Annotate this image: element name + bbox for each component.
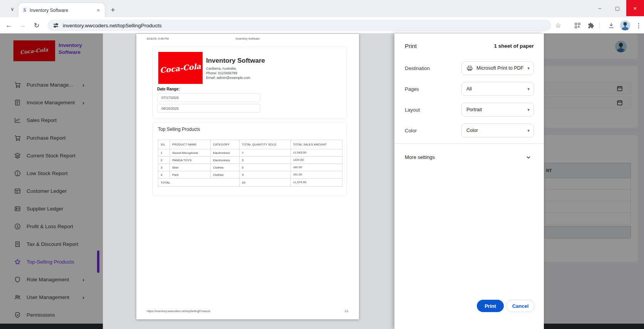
window-controls: – ▢ ×	[591, 0, 644, 16]
total-label: TOTAL	[158, 179, 240, 187]
print-dialog: Print 1 sheet of paper Destination Micro…	[394, 33, 544, 329]
print-dialog-title: Print	[405, 43, 417, 49]
toolbar-divider	[599, 22, 600, 28]
dropdown-arrow-icon: ▾	[527, 66, 530, 71]
browser-window: ∨ S Inventory Software × + – ▢ × ← → ↻ i…	[0, 0, 644, 329]
reload-button[interactable]: ↻	[31, 20, 42, 31]
total-amount: ৳1,374.00	[291, 179, 342, 187]
chevron-down-icon	[525, 154, 532, 160]
color-label: Color	[405, 128, 417, 134]
back-button[interactable]: ←	[3, 20, 15, 31]
destination-label: Destination	[405, 65, 430, 71]
company-email: Email: admin@example.com	[206, 75, 250, 80]
forward-button[interactable]: →	[17, 20, 29, 31]
top-selling-products-table: S/L PRODUCT NAME CATEGORY TOTAL QUANTITY…	[158, 140, 342, 187]
col-product-name: PRODUCT NAME	[170, 140, 211, 149]
destination-select[interactable]: Microsoft Print to PDF ▾	[461, 61, 534, 75]
tab-title: Inventory Software	[30, 8, 95, 13]
minimize-button[interactable]: –	[591, 0, 609, 16]
tab-search-button[interactable]: ∨	[7, 3, 18, 14]
col-quantity: TOTAL QUANTITY SOLD	[240, 140, 291, 149]
site-info-icon[interactable]	[53, 22, 59, 28]
pages-select[interactable]: All ▾	[461, 82, 534, 96]
table-row: 3 Shirt Clothes 5 ৳60.00	[158, 164, 342, 171]
footer-page-number: 1/1	[345, 309, 349, 313]
date-to-field: 08/16/2025	[157, 104, 260, 113]
qr-share-icon[interactable]	[573, 21, 582, 30]
col-category: CATEGORY	[211, 140, 240, 149]
layout-select[interactable]: Portrait ▾	[461, 103, 534, 117]
table-row: 1 Sound Microphone Electronincs 7 ৳1,043…	[158, 149, 342, 157]
page-area: Coca-Cola Inventory Software Purchase Ma…	[0, 33, 644, 329]
extensions-icon[interactable]	[586, 21, 595, 30]
tab-favicon-icon: S	[23, 7, 26, 13]
company-name: Inventory Software	[206, 57, 265, 65]
sheet-count: 1 sheet of paper	[494, 43, 534, 49]
coca-cola-logo-text: Coca-Cola	[159, 62, 201, 74]
company-phone: Phone: 0123456789	[206, 71, 250, 75]
tab-close-icon[interactable]: ×	[95, 7, 102, 14]
total-quantity: 20	[240, 179, 291, 187]
bookmark-star-icon[interactable]: ☆	[553, 21, 563, 30]
browser-tab[interactable]: S Inventory Software ×	[18, 3, 105, 17]
url-text[interactable]: inventory.wwcoders.net/topSellingProduct…	[63, 23, 161, 28]
company-card: Coca-Cola Inventory Software Canberra, A…	[153, 47, 347, 119]
dropdown-arrow-icon: ▾	[527, 107, 530, 112]
more-settings-button[interactable]: More settings	[394, 149, 544, 167]
print-preview-paper: 8/16/25, 9:48 PM Inventory Software Coca…	[136, 34, 359, 319]
close-button[interactable]: ×	[626, 0, 644, 16]
dropdown-arrow-icon: ▾	[527, 87, 530, 92]
pages-label: Pages	[405, 86, 419, 92]
report-title: Top Selling Products	[158, 127, 200, 132]
print-doc-title: Inventory Software	[136, 37, 359, 40]
address-bar[interactable]: inventory.wwcoders.net/topSellingProduct…	[47, 20, 551, 31]
company-address: Canberra, Australia Phone: 0123456789 Em…	[206, 66, 250, 80]
downloads-icon[interactable]	[607, 21, 616, 30]
print-preview-pane: 8/16/25, 9:48 PM Inventory Software Coca…	[103, 33, 394, 329]
col-amount: TOTAL SALES AMOUNT	[291, 140, 342, 149]
report-card: Top Selling Products S/L PRODUCT NAME CA…	[153, 122, 347, 196]
new-tab-button[interactable]: +	[107, 4, 119, 16]
settings-divider	[394, 144, 544, 144]
company-logo: Coca-Cola	[158, 52, 203, 84]
date-range-label: Date Range:	[157, 87, 179, 91]
col-sl: S/L	[158, 140, 170, 149]
table-header-row: S/L PRODUCT NAME CATEGORY TOTAL QUANTITY…	[158, 140, 342, 149]
dropdown-arrow-icon: ▾	[527, 128, 530, 133]
print-button[interactable]: Print	[477, 300, 504, 312]
browser-toolbar: ← → ↻ inventory.wwcoders.net/topSellingP…	[0, 17, 644, 33]
company-city: Canberra, Australia	[206, 66, 250, 71]
table-row: 2 PANDA TOYS Electronincs 5 ৳220.00	[158, 157, 342, 164]
menu-dots-icon[interactable]: ⋮	[634, 21, 643, 30]
profile-avatar[interactable]	[620, 20, 630, 30]
printer-icon	[466, 65, 473, 72]
color-select[interactable]: Color ▾	[461, 124, 534, 137]
table-row: 4 Pant Clothes 3 ৳51.00	[158, 171, 342, 179]
layout-label: Layout	[405, 107, 420, 113]
date-from-field: 07/17/2025	[157, 93, 260, 102]
maximize-button[interactable]: ▢	[609, 0, 626, 16]
tab-strip: ∨ S Inventory Software × + – ▢ ×	[0, 0, 644, 17]
footer-url: https://inventory.wwcoders.net/topSellin…	[147, 309, 210, 313]
cancel-button[interactable]: Cancel	[506, 300, 535, 312]
table-total-row: TOTAL 20 ৳1,374.00	[158, 179, 342, 187]
